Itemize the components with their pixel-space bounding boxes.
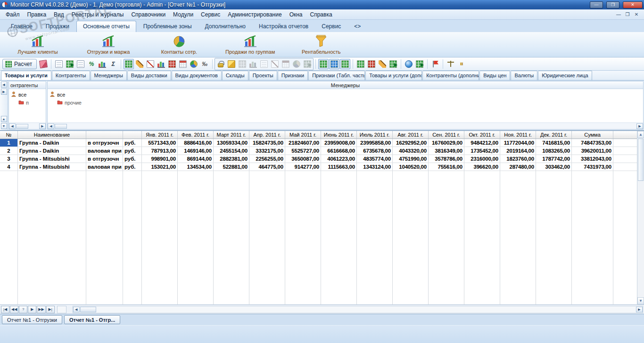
- nav-help-button[interactable]: ?: [19, 306, 27, 313]
- mdi-restore-button[interactable]: ❐: [624, 12, 631, 17]
- column-header[interactable]: Наименование: [18, 131, 86, 139]
- scroll-left-button[interactable]: ◀: [48, 123, 54, 129]
- mdi-close-button[interactable]: ✕: [633, 12, 640, 17]
- pie-chart-view-button[interactable]: [189, 59, 199, 69]
- filter-tab[interactable]: Валюты: [511, 71, 537, 80]
- ribbon-tab[interactable]: Основные отчеты: [76, 21, 136, 32]
- filter-tab[interactable]: Признаки (Табл. часть: [308, 71, 365, 80]
- chart-params-button[interactable]: [97, 59, 107, 69]
- filter-tab[interactable]: Юридические лица: [538, 71, 592, 80]
- table-row[interactable]: 2Группа - Daikinваловая прируб.787913,00…: [0, 147, 637, 155]
- table-row[interactable]: 4Группа - Mitsubishiваловая прируб.15302…: [0, 163, 637, 171]
- filter-tab[interactable]: Склады: [222, 71, 248, 80]
- menu-item[interactable]: Справочники: [127, 10, 169, 19]
- filter-tab[interactable]: Проекты: [249, 71, 277, 80]
- nav-next-button[interactable]: ▶: [28, 306, 36, 313]
- menu-item[interactable]: Справка: [306, 10, 336, 19]
- filter-tab[interactable]: Виды документов: [172, 71, 222, 80]
- minimize-button[interactable]: —: [590, 1, 603, 8]
- disabled-grid-button[interactable]: [237, 59, 248, 69]
- append-column-button[interactable]: [366, 59, 377, 69]
- sum-mode-button[interactable]: Σ: [108, 59, 118, 69]
- disabled-doc-button[interactable]: [259, 59, 269, 69]
- menu-item[interactable]: Окна: [286, 10, 306, 19]
- filter-tab[interactable]: Виды доставки: [127, 71, 171, 80]
- nav-last-button[interactable]: ▶|: [46, 306, 55, 313]
- disabled-calendar-button[interactable]: [281, 59, 291, 69]
- scroll-thumb[interactable]: [638, 139, 644, 181]
- disabled-line-button[interactable]: [270, 59, 280, 69]
- column-header[interactable]: Дек. 2011 г.: [536, 131, 572, 139]
- report-tab[interactable]: Отчет №1 - Отгр...: [64, 315, 120, 324]
- flag-button[interactable]: [430, 59, 440, 69]
- strip-scroll-down-button[interactable]: ▼: [1, 123, 7, 129]
- nav-next-page-button[interactable]: ▶▶: [37, 306, 45, 313]
- column-header[interactable]: Июнь 2011 г.: [321, 131, 357, 139]
- column-header[interactable]: Авг. 2011 г.: [393, 131, 429, 139]
- scroll-down-button[interactable]: ▼: [637, 297, 644, 304]
- eraser-button[interactable]: [38, 59, 49, 69]
- table-view-button[interactable]: [124, 59, 134, 69]
- lock-button[interactable]: [215, 59, 226, 69]
- scroll-right-button[interactable]: ▶: [39, 123, 46, 129]
- column-header[interactable]: №: [0, 131, 18, 139]
- ribbon-action[interactable]: Контакты сотр.: [155, 35, 204, 55]
- ribbon-tab[interactable]: Проблемные зоны: [137, 21, 198, 32]
- expand-panel-button[interactable]: ▶: [1, 89, 7, 95]
- column-header[interactable]: Фев. 2011 г.: [178, 131, 214, 139]
- column-header[interactable]: Окт. 2011 г.: [464, 131, 500, 139]
- tree-item-others[interactable]: прочие: [50, 98, 642, 106]
- permille-mode-button[interactable]: ‰: [199, 59, 210, 69]
- table-row[interactable]: 3Группа - Mitsubishiв отгрузочнруб.99890…: [0, 155, 637, 163]
- calculate-button[interactable]: Расчет: [2, 59, 37, 69]
- filter-tab[interactable]: Менеджеры: [91, 71, 127, 80]
- restore-button[interactable]: ❐: [606, 1, 619, 8]
- menu-item[interactable]: Файл: [2, 10, 24, 19]
- crosstab-view-button[interactable]: [167, 59, 177, 69]
- menu-item[interactable]: Правка: [24, 10, 50, 19]
- mdi-minimize-button[interactable]: —: [615, 12, 622, 17]
- scroll-left-button[interactable]: ◀: [73, 307, 80, 312]
- scroll-thumb[interactable]: [16, 124, 28, 129]
- scroll-thumb[interactable]: [55, 124, 67, 129]
- ribbon-tab[interactable]: Дополнительно: [199, 21, 252, 32]
- line-chart-view-button[interactable]: [145, 59, 156, 69]
- append-row-button[interactable]: [355, 59, 366, 69]
- column-header[interactable]: Март 2011 г.: [214, 131, 249, 139]
- print-report-button[interactable]: [75, 59, 86, 69]
- tree-item-others[interactable]: п: [11, 98, 45, 106]
- menu-item[interactable]: Вид: [50, 10, 68, 19]
- nav-prior-button[interactable]: ◀◀: [10, 306, 18, 313]
- scales-button[interactable]: [446, 59, 456, 69]
- olap-cube-button[interactable]: [226, 59, 237, 69]
- tree-item-all[interactable]: все: [50, 90, 642, 98]
- copy-report-button[interactable]: [54, 59, 64, 69]
- ribbon-tab[interactable]: Настройка отчетов: [253, 21, 314, 32]
- ribbon-tab[interactable]: Сервис: [315, 21, 347, 32]
- scroll-left-button[interactable]: ◀: [9, 123, 16, 129]
- menu-item[interactable]: Модули: [169, 10, 197, 19]
- edit-report-button[interactable]: [134, 59, 145, 69]
- menu-item[interactable]: Администрирование: [224, 10, 285, 19]
- scroll-thumb[interactable]: [80, 307, 96, 312]
- column-header[interactable]: Сен. 2011 г.: [429, 131, 464, 139]
- disabled-pie-button[interactable]: [291, 59, 302, 69]
- show-totals-button[interactable]: [340, 59, 350, 69]
- close-button[interactable]: ✕: [623, 1, 643, 8]
- show-rows-button[interactable]: [318, 59, 329, 69]
- ribbon-action[interactable]: Лучшие клиенты: [13, 35, 62, 55]
- filter-tab[interactable]: Виды цен: [479, 71, 510, 80]
- calendar-view-button[interactable]: [178, 59, 188, 69]
- ribbon-tab[interactable]: <>: [348, 21, 367, 32]
- strip-scroll-up-button[interactable]: ▲: [1, 116, 7, 122]
- filter-tab[interactable]: Контрагенты (дополни: [422, 71, 479, 80]
- column-header[interactable]: Ноя. 2011 г.: [500, 131, 536, 139]
- column-header[interactable]: Янв. 2011 г.: [142, 131, 178, 139]
- column-header[interactable]: Май 2011 г.: [285, 131, 321, 139]
- menu-item[interactable]: Сервис: [197, 10, 224, 19]
- column-header[interactable]: Июль 2011 г.: [357, 131, 393, 139]
- column-header[interactable]: [86, 131, 123, 139]
- show-columns-button[interactable]: [329, 59, 339, 69]
- column-header[interactable]: Апр. 2011 г.: [249, 131, 285, 139]
- scroll-right-button[interactable]: ▶: [636, 307, 643, 312]
